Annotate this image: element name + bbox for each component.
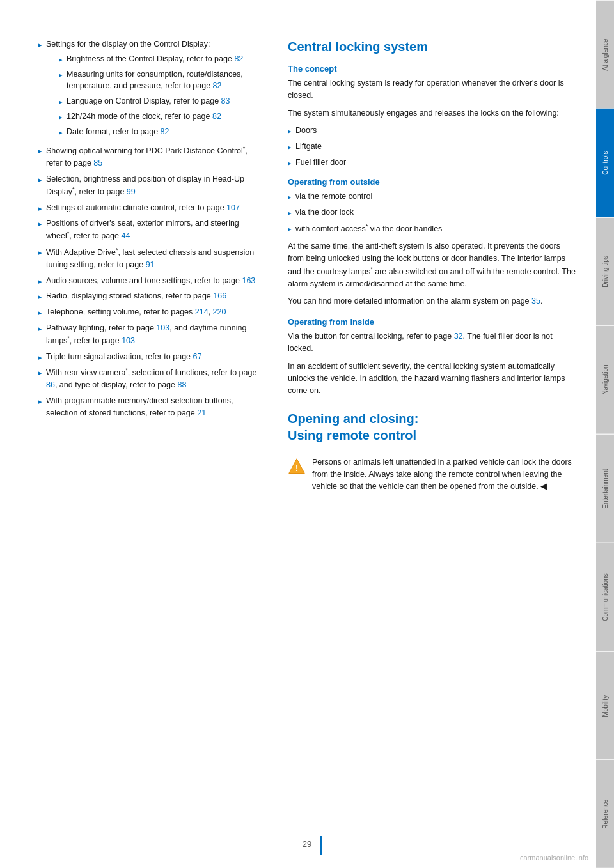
bullet-icon: ▸: [288, 126, 292, 137]
sidebar-tab-driving-tips[interactable]: Driving tips: [596, 217, 614, 326]
svg-text:!: !: [295, 463, 299, 473]
list-item-text: Triple turn signal activation, refer to …: [46, 351, 201, 363]
page-link[interactable]: 163: [242, 276, 255, 285]
sidebar-tab-communications[interactable]: Communications: [596, 543, 614, 651]
operating-outside-text-2: You can find more detailed information o…: [288, 295, 577, 307]
list-item: ▸ with comfort access* via the door hand…: [288, 222, 577, 235]
page-link[interactable]: 82: [212, 112, 221, 121]
list-item: ▸ Measuring units for consumption, route…: [59, 68, 262, 93]
bullet-icon: ▸: [38, 307, 42, 318]
page-link[interactable]: 35: [531, 297, 540, 306]
central-locking-title: Central locking system: [288, 38, 577, 55]
list-item: ▸ Liftgate: [288, 141, 577, 153]
list-item-text: Selection, brightness and position of di…: [46, 173, 262, 198]
list-item: ▸ Selection, brightness and position of …: [38, 173, 262, 198]
list-item: ▸ via the remote control: [288, 190, 577, 203]
list-item-text: Pathway lighting, refer to page 103, and…: [46, 322, 262, 347]
page-link[interactable]: 82: [234, 54, 243, 63]
bullet-icon: ▸: [38, 323, 42, 334]
list-item: ▸ Settings for the display on the Contro…: [38, 38, 262, 141]
list-item-text: Settings for the display on the Control …: [46, 40, 210, 49]
page-link[interactable]: 21: [197, 408, 206, 417]
bullet-icon: ▸: [59, 97, 63, 107]
sidebar-tab-reference[interactable]: Reference: [596, 759, 614, 868]
sidebar-tab-navigation[interactable]: Navigation: [596, 325, 614, 434]
bullet-icon: ▸: [38, 368, 42, 378]
page-number: 29: [303, 839, 311, 849]
page-link[interactable]: 85: [93, 159, 102, 167]
bullet-icon: ▸: [38, 276, 42, 287]
page-link[interactable]: 86: [46, 380, 55, 389]
list-item-text: Measuring units for consumption, route/d…: [67, 68, 262, 93]
bullet-icon: ▸: [288, 208, 292, 219]
list-item-text: 12h/24h mode of the clock, refer to page…: [67, 111, 221, 123]
list-item-text: Settings of automatic climate control, r…: [46, 202, 240, 214]
bullet-icon: ▸: [38, 219, 42, 229]
page-link[interactable]: 103: [122, 336, 135, 345]
list-item: ▸ With Adaptive Drive*, last selected ch…: [38, 246, 262, 271]
page-link[interactable]: 32: [454, 332, 463, 341]
list-item: ▸ With rear view camera*, selection of f…: [38, 366, 262, 391]
page-link[interactable]: 103: [156, 323, 169, 332]
left-bullet-list: ▸ Settings for the display on the Contro…: [38, 38, 262, 419]
warning-box: ! Persons or animals left unattended in …: [288, 456, 577, 493]
list-item-text: Positions of driver's seat, exterior mir…: [46, 217, 262, 242]
list-item-text: Brightness of the Control Display, refer…: [67, 53, 243, 65]
page-link[interactable]: 88: [177, 380, 186, 389]
list-item: ▸ Telephone, setting volume, refer to pa…: [38, 306, 262, 318]
page-link[interactable]: 91: [146, 260, 155, 269]
list-item: ▸ With programmable memory/direct select…: [38, 395, 262, 419]
opening-closing-title: Opening and closing:Using remote control: [288, 410, 577, 444]
page-accent-bar: [320, 836, 322, 855]
bullet-icon: ▸: [38, 396, 42, 407]
operating-outside-subtitle: Operating from outside: [288, 177, 577, 187]
list-item-text: Showing optical warning for PDC Park Dis…: [46, 144, 262, 169]
bullet-icon: ▸: [288, 224, 292, 235]
list-item-text: Audio sources, volume and tone settings,…: [46, 275, 255, 287]
right-column: Central locking system The concept The c…: [275, 38, 596, 842]
page-link[interactable]: 220: [213, 307, 226, 316]
watermark: carmanualsonline.info: [520, 854, 588, 862]
bullet-icon: ▸: [59, 70, 63, 81]
list-item: ▸ Positions of driver's seat, exterior m…: [38, 217, 262, 242]
list-item: ▸ Language on Control Display, refer to …: [59, 95, 262, 107]
page-link[interactable]: 82: [213, 81, 222, 90]
concept-subtitle: The concept: [288, 64, 577, 74]
list-item: ▸ Doors: [288, 125, 577, 137]
sub-list: ▸ Brightness of the Control Display, ref…: [46, 53, 262, 138]
list-item: ▸ Pathway lighting, refer to page 103, a…: [38, 322, 262, 347]
page-link[interactable]: 107: [226, 203, 240, 212]
list-item-text: Liftgate: [295, 141, 322, 153]
sidebar-tab-mobility[interactable]: Mobility: [596, 651, 614, 760]
operating-inside-subtitle: Operating from inside: [288, 317, 577, 327]
bullet-icon: ▸: [38, 146, 42, 157]
page-link[interactable]: 214: [195, 307, 209, 316]
sidebar-tab-controls[interactable]: Controls: [596, 109, 614, 217]
list-item-text: With rear view camera*, selection of fun…: [46, 366, 262, 391]
list-item-text: Fuel filler door: [295, 157, 346, 169]
list-item-text: Doors: [295, 125, 317, 137]
page-link[interactable]: 67: [193, 352, 202, 361]
sidebar-tab-at-a-glance[interactable]: At a glance: [596, 0, 614, 109]
list-item: ▸ Fuel filler door: [288, 157, 577, 169]
page-link[interactable]: 83: [221, 97, 230, 105]
sidebar-tab-entertainment[interactable]: Entertainment: [596, 434, 614, 543]
page-link[interactable]: 44: [122, 231, 130, 240]
bullet-icon: ▸: [288, 158, 292, 169]
page-link[interactable]: 99: [127, 187, 136, 196]
bullet-icon: ▸: [59, 112, 63, 123]
left-column: ▸ Settings for the display on the Contro…: [0, 38, 275, 842]
list-item-text: Telephone, setting volume, refer to page…: [46, 306, 226, 318]
list-item: ▸ via the door lock: [288, 206, 577, 219]
list-item-text: Radio, displaying stored stations, refer…: [46, 290, 226, 302]
bullet-icon: ▸: [288, 192, 292, 203]
operating-inside-text-1: Via the button for central locking, refe…: [288, 330, 577, 355]
page-link[interactable]: 82: [161, 127, 169, 136]
bullet-icon: ▸: [38, 174, 42, 185]
list-item-text: With Adaptive Drive*, last selected chas…: [46, 246, 262, 271]
list-item: ▸ Audio sources, volume and tone setting…: [38, 275, 262, 287]
page-link[interactable]: 166: [213, 291, 226, 300]
list-item: ▸ Triple turn signal activation, refer t…: [38, 351, 262, 363]
list-item-text: Date format, refer to page 82: [67, 126, 169, 138]
bullet-icon: ▸: [38, 291, 42, 302]
